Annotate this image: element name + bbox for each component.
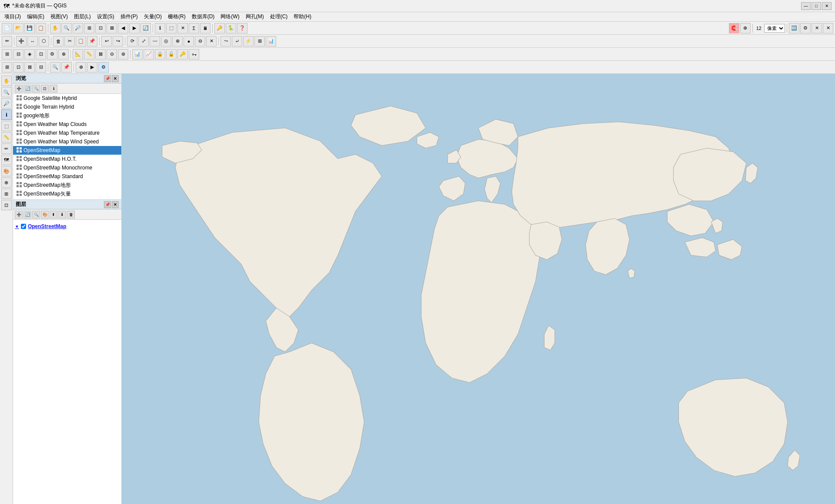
menu-item-menu-raster[interactable]: 栅格(R) <box>165 12 188 21</box>
close-button[interactable]: ✕ <box>822 2 832 10</box>
nav-btn6[interactable]: 📌 <box>61 62 72 73</box>
zoom-in-v-button[interactable]: 🔍 <box>1 87 12 97</box>
adv-btn14[interactable]: 🔒 <box>155 49 165 60</box>
delete-selected-button[interactable]: 🗑 <box>53 36 63 46</box>
zoom-in-button[interactable]: 🔍 <box>61 23 72 33</box>
toggle-edit-button[interactable]: ✏ <box>2 36 12 46</box>
style-v-button[interactable]: 🎨 <box>1 166 12 176</box>
adv-btn7[interactable]: 📐 <box>73 49 83 60</box>
nav-btn5[interactable]: 🔍 <box>50 62 60 73</box>
browser-pin-button[interactable]: 📌 <box>104 75 111 82</box>
zoom-out-v-button[interactable]: 🔎 <box>1 98 12 109</box>
browser-tree-item-7[interactable]: OpenStreetMap H.O.T. <box>13 155 121 163</box>
deselect-button[interactable]: ✕ <box>177 23 188 33</box>
adv-btn15[interactable]: 🔓 <box>166 49 177 60</box>
adv-btn12[interactable]: 📊 <box>132 49 143 60</box>
identify-v-button[interactable]: ℹ <box>1 109 12 120</box>
new-project-button[interactable]: 📄 <box>2 23 12 33</box>
layers-up-button[interactable]: ⬆ <box>50 211 57 219</box>
spatial-v-button[interactable]: 🗺 <box>1 155 12 165</box>
zoom-selection-button[interactable]: ⊠ <box>107 23 117 33</box>
y-axis-button[interactable]: ✕ <box>823 23 833 33</box>
layers-filter-button[interactable]: 🔍 <box>32 211 40 219</box>
pan-map-button[interactable]: ✋ <box>1 76 12 86</box>
select-v-button[interactable]: ⬚ <box>1 121 12 131</box>
browser-tree-item-3[interactable]: Open Weather Map Clouds <box>13 120 121 129</box>
layers-remove-button[interactable]: 🗑 <box>67 211 75 219</box>
save-project-button[interactable]: 💾 <box>24 23 35 33</box>
adv-btn6[interactable]: ⊕ <box>58 49 69 60</box>
browser-tree-item-1[interactable]: Google Terrain Hybrid <box>13 103 121 111</box>
adv-btn2[interactable]: ⊟ <box>13 49 23 60</box>
zoom-prev-button[interactable]: ◀ <box>118 23 128 33</box>
fill-ring-button[interactable]: ● <box>184 36 194 46</box>
plugin1-v-button[interactable]: ⊕ <box>1 177 12 188</box>
delete-part-button[interactable]: ✕ <box>206 36 217 46</box>
add-part-button[interactable]: ⊕ <box>172 36 183 46</box>
adv-btn4[interactable]: ⊡ <box>36 49 46 60</box>
adv-btn13[interactable]: 📈 <box>144 49 154 60</box>
menu-item-menu-database[interactable]: 数据库(D) <box>189 12 217 21</box>
filter-button[interactable]: ⚙ <box>800 23 811 33</box>
browser-tree-item-12[interactable]: OpenTopoMap <box>13 198 121 199</box>
scale-button[interactable]: ⤢ <box>138 36 149 46</box>
cut-button[interactable]: ✂ <box>64 36 75 46</box>
spatial-query-button[interactable]: 🔑 <box>214 23 225 33</box>
adv-btn11[interactable]: ⊛ <box>118 49 128 60</box>
titlebar-controls[interactable]: — □ ✕ <box>801 2 832 10</box>
nav-btn9[interactable]: ⚙ <box>98 62 109 73</box>
nav-btn4[interactable]: ⊟ <box>36 62 46 73</box>
pan-button[interactable]: ✋ <box>50 23 60 33</box>
browser-tree-item-5[interactable]: Open Weather Map Wind Speed <box>13 137 121 146</box>
rotate-button[interactable]: ⟳ <box>127 36 137 46</box>
add-feature-button[interactable]: ➕ <box>16 36 27 46</box>
nav-btn8[interactable]: ▶ <box>87 62 97 73</box>
node-tool-button[interactable]: ⬡ <box>39 36 49 46</box>
browser-tree-item-2[interactable]: google地形 <box>13 111 121 120</box>
menu-item-menu-mesh[interactable]: 网孔(M) <box>243 12 267 21</box>
zoom-full-button[interactable]: ⊞ <box>84 23 94 33</box>
zoom-config-button[interactable]: 🔤 <box>789 23 799 33</box>
adv-btn16[interactable]: 🔑 <box>177 49 188 60</box>
magnet-button[interactable]: 🧲 <box>729 23 739 33</box>
offset-curve-button[interactable]: ⤳ <box>220 36 231 46</box>
nav-btn7[interactable]: ⊕ <box>76 62 86 73</box>
adv-btn9[interactable]: ⊠ <box>95 49 106 60</box>
statistics-button[interactable]: Σ <box>189 23 199 33</box>
layers-pin-button[interactable]: 📌 <box>104 201 111 208</box>
x-axis-button[interactable]: ✕ <box>812 23 822 33</box>
browser-tree-item-4[interactable]: Open Weather Map Temperature <box>13 129 121 137</box>
adv-btn8[interactable]: 📏 <box>84 49 94 60</box>
map-area[interactable] <box>122 74 835 504</box>
redo-button[interactable]: ↪ <box>113 36 123 46</box>
zoom-layer-button[interactable]: ⊡ <box>95 23 106 33</box>
menu-item-menu-view[interactable]: 视图(V) <box>48 12 70 21</box>
calculator-button[interactable]: 🖩 <box>200 23 210 33</box>
minimize-button[interactable]: — <box>801 2 811 10</box>
menu-item-menu-settings[interactable]: 设置(S) <box>94 12 117 21</box>
menu-item-menu-project[interactable]: 项目(J) <box>2 12 23 21</box>
browser-collapse-button[interactable]: ⊡ <box>41 85 49 93</box>
plugin2-v-button[interactable]: ⊞ <box>1 189 12 199</box>
zoom-next-button[interactable]: ▶ <box>129 23 140 33</box>
save-as-button[interactable]: 📋 <box>36 23 46 33</box>
zoom-out-button[interactable]: 🔎 <box>73 23 83 33</box>
adv-btn3[interactable]: ◈ <box>24 49 35 60</box>
browser-close-button[interactable]: ✕ <box>112 75 119 82</box>
menu-item-menu-vector[interactable]: 矢量(O) <box>141 12 164 21</box>
browser-refresh-button[interactable]: 🔄 <box>23 85 31 93</box>
open-project-button[interactable]: 📂 <box>13 23 23 33</box>
zoom-unit-select[interactable]: 像素 <box>764 24 785 33</box>
layer-item-openstreetmap[interactable]: ▼ OpenStreetMap <box>15 222 120 231</box>
plugin3-v-button[interactable]: ⊡ <box>1 200 12 210</box>
python-button[interactable]: 🐍 <box>226 23 236 33</box>
merge-attr-button[interactable]: 📊 <box>266 36 276 46</box>
nav-btn1[interactable]: ⊞ <box>2 62 12 73</box>
reshape-button[interactable]: ⤾ <box>232 36 242 46</box>
adv-btn5[interactable]: ⚙ <box>47 49 57 60</box>
menu-item-menu-processing[interactable]: 处理(C) <box>267 12 291 21</box>
undo-button[interactable]: ↩ <box>101 36 112 46</box>
layers-add-button[interactable]: ➕ <box>15 211 23 219</box>
nav-btn2[interactable]: ⊡ <box>13 62 23 73</box>
browser-add-button[interactable]: ➕ <box>15 85 23 93</box>
